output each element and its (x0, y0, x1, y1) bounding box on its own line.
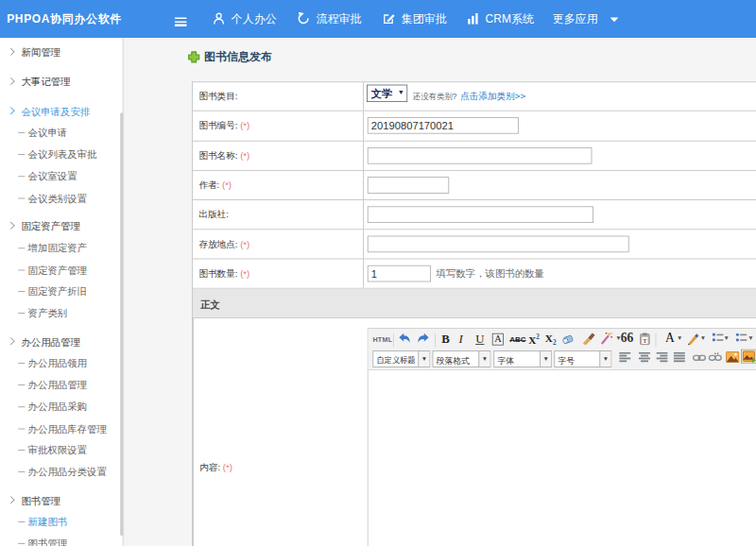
svg-text:T: T (643, 336, 647, 343)
